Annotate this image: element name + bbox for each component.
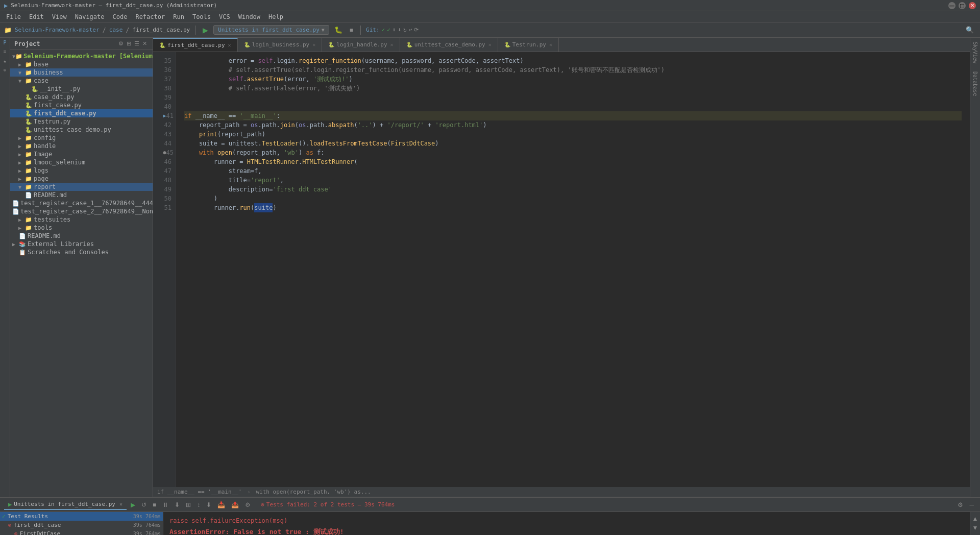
menu-file[interactable]: File [2, 12, 25, 21]
tree-item-config[interactable]: ▶ 📁 config [10, 134, 153, 142]
tree-item-page[interactable]: ▶ 📁 page [10, 175, 153, 183]
database-sidebar-label[interactable]: Database [971, 67, 979, 100]
git-btn5[interactable]: ⟳ [414, 27, 419, 33]
project-icon[interactable]: P [1, 40, 9, 48]
toolbar-case-path[interactable]: case [109, 27, 123, 33]
project-settings-btn[interactable]: ⚙ [117, 40, 125, 47]
tree-item-lmooc[interactable]: ▶ 📁 lmooc_selenium [10, 158, 153, 166]
tab-unittest-demo[interactable]: 🐍 unittest_case_demo.py ✕ [400, 38, 498, 52]
tree-item-unittest-demo[interactable]: 🐍 unittest_case_demo.py [10, 126, 153, 134]
sort-button[interactable]: ↕ [195, 500, 202, 509]
search-button[interactable]: 🔍 [964, 25, 976, 35]
run-tree-firstddtcase-class[interactable]: ⊗ FirstDdtCase 39s 764ms [0, 529, 163, 535]
tab-close-btn[interactable]: ✕ [228, 42, 231, 48]
commit-icon[interactable]: ⊕ [1, 67, 9, 76]
menu-edit[interactable]: Edit [25, 12, 48, 21]
run-button[interactable]: ▶ [201, 25, 210, 35]
tab-close-btn[interactable]: ✕ [488, 42, 492, 47]
tab-testrun[interactable]: 🐍 Testrun.py ✕ [498, 38, 559, 52]
tree-item-image[interactable]: ▶ 📁 Image [10, 150, 153, 158]
tree-item-test-reg1[interactable]: 📄 test_register_case_1__767928649__44444… [10, 199, 153, 207]
tree-item-first-case[interactable]: 🐍 first_case.py [10, 101, 153, 109]
tab-login-business[interactable]: 🐍 login_business.py ✕ [238, 38, 323, 52]
tab-login-handle[interactable]: 🐍 login_handle.py ✕ [322, 38, 400, 52]
code-editor[interactable]: 35 36 37 38 39 40 ▶41 42 43 44 ●45 46 47… [153, 52, 970, 487]
menu-navigate[interactable]: Navigate [71, 12, 109, 21]
project-gear-btn[interactable]: ☰ [133, 40, 141, 47]
breadcrumb-item-1[interactable]: if __name__ == '__main__' [157, 489, 242, 495]
run-settings-button[interactable]: ⚙ [243, 500, 253, 509]
rerun-failed-button[interactable]: ↺ [139, 500, 149, 509]
toolbar-project-path[interactable]: Selenium-Framework-master [15, 27, 100, 33]
run-tree-test-results[interactable]: ✓ Test Results 39s 764ms [0, 512, 163, 521]
tree-item-init[interactable]: 🐍 __init__.py [10, 85, 153, 93]
import-button[interactable]: 📥 [215, 500, 227, 509]
tree-item-case-ddt[interactable]: 🐍 case_ddt.py [10, 93, 153, 101]
tab-first-ddt-case[interactable]: 🐍 first_ddt_case.py ✕ [153, 38, 238, 52]
menu-run[interactable]: Run [169, 12, 188, 21]
stop-button[interactable]: ■ [348, 26, 355, 35]
menu-code[interactable]: Code [109, 12, 132, 21]
git-btn4[interactable]: ↩ [409, 27, 412, 33]
minimize-button[interactable]: ─ [948, 2, 955, 9]
tab-close-btn[interactable]: ✕ [549, 42, 552, 47]
tree-item-logs[interactable]: ▶ 📁 logs [10, 166, 153, 175]
code-content[interactable]: error = self.login.register_function(use… [176, 52, 970, 487]
tree-item-testrun[interactable]: 🐍 Testrun.py [10, 117, 153, 126]
git-check2[interactable]: ✓ [387, 27, 390, 33]
panel-settings[interactable]: ⚙ ─ [955, 500, 976, 509]
git-btn2[interactable]: ⬇ [398, 27, 401, 33]
panel-settings-btn[interactable]: ⚙ [955, 500, 965, 509]
bookmark-icon[interactable]: ★ [1, 58, 9, 66]
tree-item-business[interactable]: ▼ 📁 business [10, 68, 153, 77]
run-tab-label[interactable]: ▶ Unittests in first_ddt_case.py ✕ [4, 500, 127, 510]
tree-item-root[interactable]: ▼ 📁 Selenium-Framework-master [Selenium-… [10, 52, 153, 60]
tree-item-first-ddt-case[interactable]: 🐍 first_ddt_case.py [10, 109, 153, 117]
run-output[interactable]: raise self.failureException(msg) Asserti… [163, 512, 970, 535]
project-close-btn[interactable]: ✕ [141, 40, 149, 47]
toggle-tree-button[interactable]: ⊞ [184, 500, 193, 509]
rerun-button[interactable]: ▶ [129, 500, 137, 509]
tree-item-testsuites[interactable]: ▶ 📁 testsuites [10, 215, 153, 224]
git-btn1[interactable]: ⬆ [393, 27, 396, 33]
tree-item-root-readme[interactable]: 📄 README.md [10, 232, 153, 240]
toolbar-file[interactable]: first_ddt_case.py [133, 27, 190, 33]
menu-window[interactable]: Window [234, 12, 264, 21]
debug-button[interactable]: 🐛 [332, 25, 345, 35]
run-tree-first-ddt-case[interactable]: ⊗ first_ddt_case 39s 764ms [0, 521, 163, 529]
run-config-selector[interactable]: Unittests in first_ddt_case.py ▼ [213, 25, 329, 35]
close-button[interactable]: ✕ [969, 2, 976, 9]
menu-refactor[interactable]: Refactor [131, 12, 169, 21]
git-check1[interactable]: ✓ [382, 27, 385, 33]
tree-item-tools[interactable]: ▶ 📁 tools [10, 224, 153, 232]
tab-close-btn[interactable]: ✕ [312, 42, 315, 47]
menu-help[interactable]: Help [264, 12, 287, 21]
tree-item-report[interactable]: ▼ 📁 report [10, 183, 153, 191]
run-tab-close[interactable]: ✕ [119, 501, 122, 507]
scroll-down-btn[interactable]: ▼ [970, 523, 980, 532]
scroll-up-btn[interactable]: ▲ [970, 514, 980, 523]
scroll-down-button[interactable]: ⬇ [204, 500, 213, 509]
project-layout-btn[interactable]: ⊞ [125, 40, 133, 47]
export-button[interactable]: 📤 [229, 500, 241, 509]
menu-view[interactable]: View [48, 12, 71, 21]
git-sidebar-label[interactable]: SkyView [971, 38, 979, 67]
menu-tools[interactable]: Tools [188, 12, 215, 21]
step-button[interactable]: ⬇ [173, 500, 182, 509]
tree-item-case[interactable]: ▼ 📁 case [10, 77, 153, 85]
tree-item-handle[interactable]: ▶ 📁 handle [10, 142, 153, 150]
panel-minimize-btn[interactable]: ─ [967, 500, 976, 509]
tab-close-btn[interactable]: ✕ [390, 42, 394, 47]
tree-item-readme[interactable]: 📄 README.md [10, 191, 153, 199]
stop-run-button[interactable]: ■ [151, 500, 158, 509]
tree-item-external-libs[interactable]: ▶ 📚 External Libraries [10, 240, 153, 248]
git-btn3[interactable]: ↻ [403, 27, 407, 33]
menu-vcs[interactable]: VCS [215, 12, 234, 21]
structure-icon[interactable]: ≡ [1, 49, 9, 57]
breadcrumb-item-2[interactable]: with open(report_path, 'wb') as... [256, 489, 371, 495]
maximize-button[interactable]: □ [959, 2, 966, 9]
tree-item-test-reg2[interactable]: 📄 test_register_case_2__767928649__None_… [10, 207, 153, 215]
tree-item-scratches[interactable]: 📋 Scratches and Consoles [10, 248, 153, 256]
tree-item-base[interactable]: ▶ 📁 base [10, 60, 153, 68]
pause-button[interactable]: ⏸ [160, 500, 170, 509]
